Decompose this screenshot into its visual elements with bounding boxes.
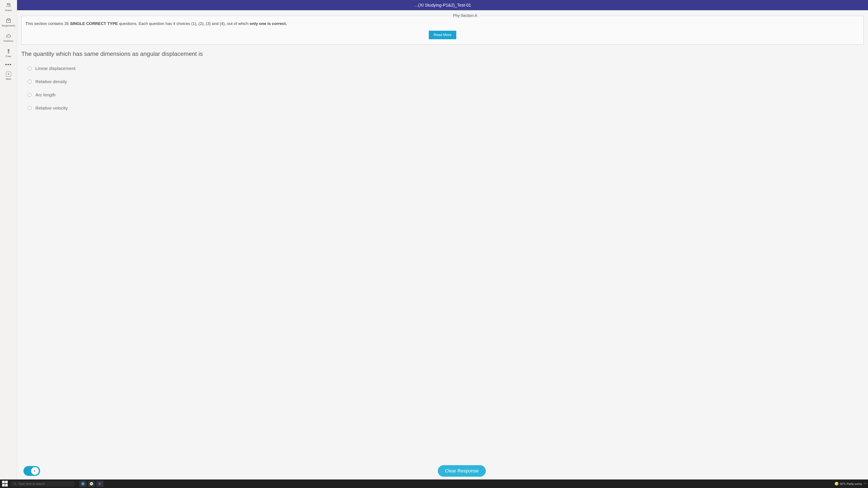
teams-icon <box>5 2 11 8</box>
option-1-label: Linear displacement <box>35 66 75 71</box>
section-text-strong: only one is correct. <box>250 21 287 26</box>
svg-rect-7 <box>98 483 101 485</box>
svg-point-3 <box>14 483 16 484</box>
taskbar-tray-chevron[interactable]: ^ <box>865 482 866 485</box>
plus-icon: + <box>6 72 11 77</box>
cloud-icon <box>5 33 11 39</box>
option-1[interactable]: Linear displacement <box>28 66 864 71</box>
question-text: The quantity which has same dimensions a… <box>21 51 864 57</box>
section-text: This section contains 35 SINGLE CORRECT … <box>25 21 860 27</box>
section-legend: Phy-Section A <box>450 13 480 18</box>
option-4-radio[interactable] <box>28 106 32 110</box>
question-footer: Clear Response <box>17 462 868 480</box>
option-3-label: Arc length <box>35 92 56 97</box>
test-header: …(XI Studying-P1&2)_Test-01 <box>17 0 868 10</box>
option-2[interactable]: Relative density <box>28 79 864 84</box>
svg-point-6 <box>91 483 92 485</box>
rail-label: OneDrive <box>3 40 13 42</box>
taskbar-search[interactable] <box>11 481 74 486</box>
rail-label: iTutor <box>5 55 11 58</box>
chevron-left-icon <box>31 467 39 475</box>
main-content: Phy-Section A This section contains 35 S… <box>17 10 868 462</box>
svg-point-1 <box>9 4 10 5</box>
rail-item-itutor[interactable]: iTutor <box>0 48 17 58</box>
rail-item-apps[interactable]: + Apps <box>0 72 17 80</box>
windows-taskbar: 30°C Partly sunny ^ <box>0 480 868 488</box>
rail-item-more[interactable]: ••• <box>0 64 17 66</box>
read-more-button[interactable]: Read More <box>429 31 456 39</box>
rail-label: Assignments <box>2 24 15 27</box>
rail-item-assignments[interactable]: Assignments <box>0 18 17 27</box>
rail-label: Teams <box>5 9 12 11</box>
start-button[interactable] <box>2 481 8 487</box>
taskbar-app-chrome[interactable] <box>88 481 95 487</box>
option-3-radio[interactable] <box>28 93 32 97</box>
svg-point-0 <box>7 3 8 4</box>
person-icon <box>5 48 11 54</box>
svg-point-2 <box>8 49 9 50</box>
search-icon <box>13 482 17 485</box>
weather-icon <box>835 482 839 486</box>
clear-response-button[interactable]: Clear Response <box>438 465 486 477</box>
taskbar-apps <box>79 481 104 487</box>
section-text-part: questions. Each question has 4 choices (… <box>119 21 250 26</box>
svg-point-4 <box>82 482 85 485</box>
section-text-part: This section contains 35 <box>25 21 70 26</box>
taskbar-weather[interactable]: 30°C Partly sunny <box>835 482 862 486</box>
rail-item-teams[interactable]: Teams <box>0 2 17 11</box>
taskbar-search-input[interactable] <box>18 482 72 485</box>
section-text-strong: SINGLE CORRECT TYPE <box>70 21 118 26</box>
option-2-label: Relative density <box>35 79 67 84</box>
option-1-radio[interactable] <box>28 66 32 70</box>
prev-button[interactable] <box>24 466 40 476</box>
taskbar-app-teams[interactable] <box>96 481 104 487</box>
rail-item-onedrive[interactable]: OneDrive <box>0 33 17 42</box>
option-4-label: Relative velocity <box>35 105 68 111</box>
option-3[interactable]: Arc length <box>28 92 864 97</box>
options-list: Linear displacement Relative density Arc… <box>28 66 864 111</box>
taskbar-app-edge[interactable] <box>79 481 87 487</box>
more-icon: ••• <box>5 64 12 66</box>
weather-text: 30°C Partly sunny <box>840 482 862 485</box>
option-4[interactable]: Relative velocity <box>28 105 864 111</box>
assignments-icon <box>5 18 11 24</box>
section-instructions: Phy-Section A This section contains 35 S… <box>21 16 864 44</box>
rail-label: Apps <box>6 78 11 80</box>
page-title: …(XI Studying-P1&2)_Test-01 <box>414 3 471 8</box>
option-2-radio[interactable] <box>28 80 32 84</box>
app-rail: Teams Assignments OneDrive iTutor ••• + … <box>0 0 17 480</box>
